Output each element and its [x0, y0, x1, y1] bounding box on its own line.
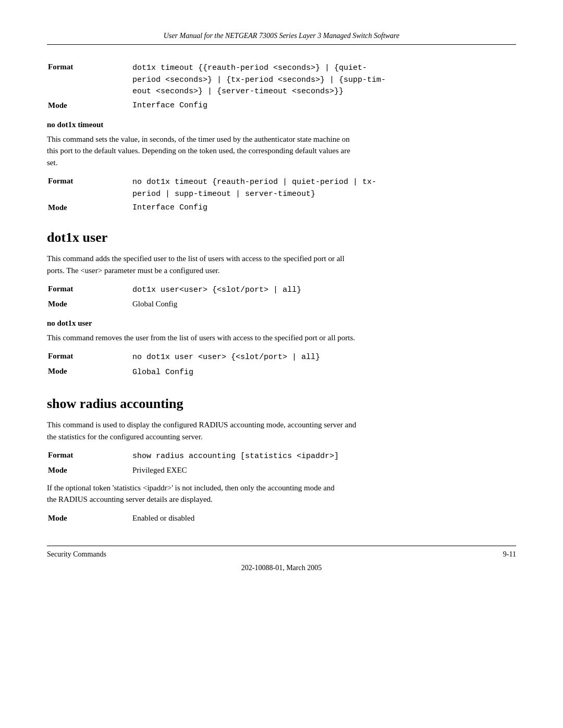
body-text-no-timeout: This command sets the value, in seconds,…	[47, 133, 516, 169]
body-text-no-dot1x-user: This command removes the user from the l…	[47, 332, 516, 344]
format-table-show-radius-mode2: Mode Enabled or disabled	[47, 512, 516, 525]
page-header: User Manual for the NETGEAR 7300S Series…	[47, 31, 516, 45]
subsection-heading-no-dot1x-timeout: no dot1x timeout	[47, 120, 516, 129]
format-value: no dot1x user <user> {<slot/port> | all}	[132, 351, 515, 365]
mode-value-2: Enabled or disabled	[132, 513, 515, 524]
footer-right: 9-11	[503, 550, 516, 559]
format-table-no-timeout: Format no dot1x timeout {reauth-period |…	[47, 175, 516, 214]
mode-label: Mode	[48, 299, 131, 310]
format-value: show radius accounting [statistics <ipad…	[132, 450, 515, 464]
mode-label: Mode	[48, 202, 131, 213]
section-heading-show-radius: show radius accounting	[47, 396, 516, 412]
format-table-dot1x-user: Format dot1x user<user> {<slot/port> | a…	[47, 282, 516, 311]
footer-left: Security Commands	[47, 550, 106, 559]
format-label: Format	[48, 283, 131, 298]
header-title: User Manual for the NETGEAR 7300S Series…	[164, 32, 400, 40]
format-row: Format no dot1x user <user> {<slot/port>…	[48, 351, 515, 365]
page: User Manual for the NETGEAR 7300S Series…	[0, 0, 563, 728]
format-label: Format	[48, 450, 131, 464]
format-row: Format dot1x user<user> {<slot/port> | a…	[48, 283, 515, 298]
format-row: Format show radius accounting [statistic…	[48, 450, 515, 464]
mode-row: Mode Global Config	[48, 299, 515, 310]
mode-row-1: Mode Privileged EXEC	[48, 465, 515, 476]
format-label: Format	[48, 61, 131, 99]
mode-value: Global Config	[132, 299, 515, 310]
mode-label: Mode	[48, 100, 131, 111]
mode-row: Mode Interface Config	[48, 202, 515, 213]
mode-value: Interface Config	[132, 202, 515, 213]
format-table-no-dot1x-user: Format no dot1x user <user> {<slot/port>…	[47, 350, 516, 380]
format-value: no dot1x timeout {reauth-period | quiet-…	[132, 176, 515, 201]
format-label: Format	[48, 351, 131, 365]
mode-row: Mode Interface Config	[48, 100, 515, 111]
mode-row: Mode Global Config	[48, 366, 515, 380]
section-heading-dot1x-user: dot1x user	[47, 230, 516, 245]
format-row: Format dot1x timeout {{reauth-period <se…	[48, 61, 515, 99]
body-text-dot1x-user: This command adds the specified user to …	[47, 253, 516, 276]
format-table-timeout: Format dot1x timeout {{reauth-period <se…	[47, 60, 516, 112]
mode-value: Global Config	[132, 366, 515, 380]
format-label: Format	[48, 176, 131, 201]
body-text-show-radius: This command is used to display the conf…	[47, 419, 516, 442]
note-text: If the optional token 'statistics <ipadd…	[47, 482, 516, 505]
format-value: dot1x timeout {{reauth-period <seconds>}…	[132, 61, 515, 99]
mode-row-2: Mode Enabled or disabled	[48, 513, 515, 524]
format-table-show-radius: Format show radius accounting [statistic…	[47, 449, 516, 477]
mode-value: Interface Config	[132, 100, 515, 111]
mode-label-1: Mode	[48, 465, 131, 476]
mode-label-2: Mode	[48, 513, 131, 524]
footer-center: 202-10088-01, March 2005	[47, 564, 516, 572]
format-row: Format no dot1x timeout {reauth-period |…	[48, 176, 515, 201]
subsection-heading-no-dot1x-user: no dot1x user	[47, 319, 516, 328]
mode-value-1: Privileged EXEC	[132, 465, 515, 476]
mode-label: Mode	[48, 366, 131, 380]
page-footer: Security Commands 9-11	[47, 546, 516, 559]
format-value: dot1x user<user> {<slot/port> | all}	[132, 283, 515, 298]
